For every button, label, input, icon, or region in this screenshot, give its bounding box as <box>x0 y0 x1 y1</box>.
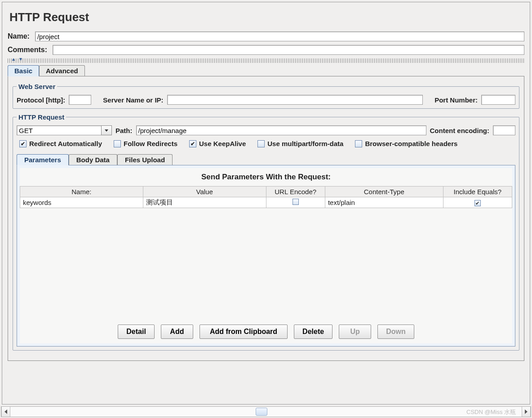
include-equals-checkbox[interactable]: ✔ <box>474 200 481 206</box>
main-tabstrip: Basic Advanced <box>8 64 524 76</box>
tab-basic[interactable]: Basic <box>8 65 39 76</box>
cell-url-encode[interactable] <box>266 197 325 208</box>
splitter-arrows-icon: ▲▼ <box>11 57 26 62</box>
scroll-left-button[interactable] <box>1 407 10 417</box>
table-row[interactable]: keywords 测试项目 text/plain ✔ <box>20 197 512 208</box>
cell-value[interactable]: 测试项目 <box>143 197 266 208</box>
content-encoding-input[interactable] <box>493 125 515 135</box>
method-dropdown-button[interactable] <box>101 125 112 135</box>
scrollbar-track[interactable] <box>10 407 522 417</box>
parameters-tab-body: Send Parameters With the Request: Name: … <box>17 165 515 347</box>
tab-advanced[interactable]: Advanced <box>39 65 85 76</box>
col-include-equals[interactable]: Include Equals? <box>443 187 512 197</box>
redirect-auto-checkbox[interactable]: ✔Redirect Automatically <box>19 140 102 147</box>
chevron-down-icon <box>104 128 109 133</box>
name-label: Name: <box>8 32 30 40</box>
delete-button[interactable]: Delete <box>294 325 332 339</box>
web-server-legend: Web Server <box>17 83 57 90</box>
parameters-button-row: Detail Add Add from Clipboard Delete Up … <box>20 317 512 343</box>
multipart-checkbox[interactable]: Use multipart/form-data <box>257 140 343 147</box>
checkbox-row: ✔Redirect Automatically Follow Redirects… <box>17 140 515 147</box>
port-label: Port Number: <box>434 96 478 104</box>
page-title: HTTP Request <box>9 10 523 24</box>
protocol-input[interactable] <box>69 95 91 105</box>
tab-files-upload[interactable]: Files Upload <box>117 154 173 165</box>
path-label: Path: <box>115 127 133 134</box>
scroll-right-button[interactable] <box>522 407 531 417</box>
path-input[interactable] <box>136 125 426 135</box>
browser-headers-checkbox[interactable]: Browser-compatible headers <box>355 140 457 147</box>
splitter-handle[interactable]: ▲▼ <box>8 58 524 63</box>
server-name-input[interactable] <box>167 95 423 105</box>
keepalive-checkbox[interactable]: ✔Use KeepAlive <box>189 140 246 147</box>
comments-label: Comments: <box>8 46 47 54</box>
detail-button[interactable]: Detail <box>118 325 155 339</box>
col-url-encode[interactable]: URL Encode? <box>266 187 325 197</box>
cell-name[interactable]: keywords <box>20 197 143 208</box>
col-name[interactable]: Name: <box>20 187 143 197</box>
http-request-group: HTTP Request Path: Content encoding: ✔Re… <box>13 113 519 351</box>
basic-tab-body: Web Server Protocol [http]: Server Name … <box>8 76 524 361</box>
comments-input[interactable] <box>53 45 524 55</box>
http-request-panel: HTTP Request Name: Comments: ▲▼ Basic Ad… <box>2 2 530 405</box>
method-input[interactable] <box>17 125 101 135</box>
port-input[interactable] <box>481 95 515 105</box>
add-from-clipboard-button[interactable]: Add from Clipboard <box>200 325 288 339</box>
col-content-type[interactable]: Content-Type <box>325 187 443 197</box>
web-server-group: Web Server Protocol [http]: Server Name … <box>13 83 519 109</box>
http-request-legend: HTTP Request <box>17 113 66 121</box>
protocol-label: Protocol [http]: <box>17 96 65 104</box>
down-button[interactable]: Down <box>377 325 414 339</box>
cell-content-type[interactable]: text/plain <box>325 197 443 208</box>
up-button[interactable]: Up <box>339 325 371 339</box>
add-button[interactable]: Add <box>161 325 193 339</box>
follow-redirects-checkbox[interactable]: Follow Redirects <box>114 140 177 147</box>
parameters-title: Send Parameters With the Request: <box>20 168 512 186</box>
scrollbar-handle[interactable] <box>256 408 267 416</box>
method-combo[interactable] <box>17 125 112 135</box>
tab-parameters[interactable]: Parameters <box>17 154 69 165</box>
horizontal-scrollbar[interactable] <box>1 406 531 417</box>
name-input[interactable] <box>35 31 524 41</box>
server-name-label: Server Name or IP: <box>103 96 163 104</box>
triangle-left-icon <box>4 409 8 414</box>
col-value[interactable]: Value <box>143 187 266 197</box>
tab-body-data[interactable]: Body Data <box>69 154 117 165</box>
parameters-tabstrip: Parameters Body Data Files Upload <box>17 153 515 165</box>
cell-include-equals[interactable]: ✔ <box>443 197 512 208</box>
content-encoding-label: Content encoding: <box>430 127 489 134</box>
triangle-right-icon <box>524 409 528 414</box>
parameters-table[interactable]: Name: Value URL Encode? Content-Type Inc… <box>20 186 512 208</box>
url-encode-checkbox[interactable] <box>293 199 299 205</box>
